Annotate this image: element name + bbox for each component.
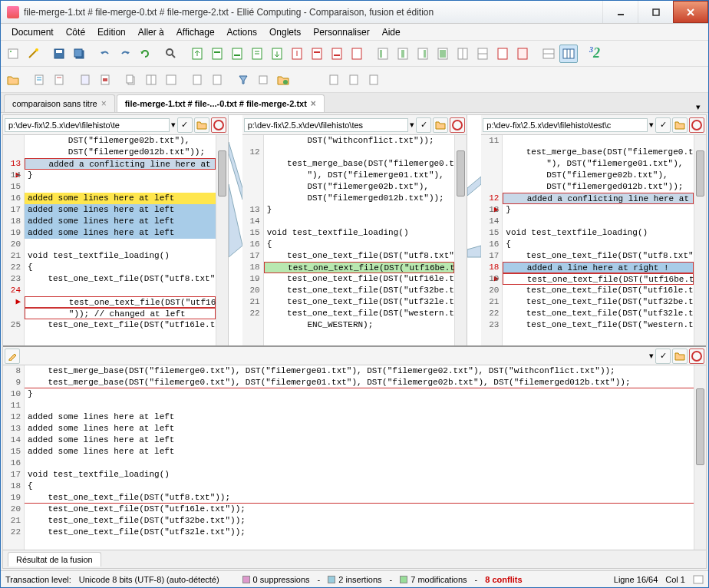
doc-i-icon[interactable] xyxy=(364,71,383,89)
menu-onglets[interactable]: Onglets xyxy=(263,25,307,39)
docs-2-icon[interactable] xyxy=(142,71,160,89)
target-icon[interactable] xyxy=(450,117,465,133)
dropdown-icon[interactable]: ▾ xyxy=(410,120,414,130)
target-icon[interactable] xyxy=(689,349,704,364)
diff-nav-3-icon[interactable] xyxy=(228,45,246,63)
merge-4-icon[interactable] xyxy=(434,45,452,63)
dropdown-icon[interactable]: ▾ xyxy=(171,120,176,130)
dropdown-icon[interactable]: ▾ xyxy=(691,102,705,112)
menu-personnaliser[interactable]: Personnaliser xyxy=(307,25,375,39)
save-all-icon[interactable] xyxy=(70,45,88,63)
tab-untitled[interactable]: comparaison sans titre × xyxy=(4,94,115,112)
diff-nav-8-icon[interactable] xyxy=(328,45,346,63)
new-comparison-icon[interactable] xyxy=(4,45,22,63)
svg-rect-28 xyxy=(380,50,382,58)
left-editor[interactable]: 13 ▶1415161718192021222324 ▶25 DST("file… xyxy=(3,135,228,345)
check-icon[interactable]: ✓ xyxy=(655,349,671,364)
menu-edition[interactable]: Edition xyxy=(91,25,132,39)
menu-document[interactable]: Document xyxy=(5,25,60,39)
save-icon[interactable] xyxy=(50,45,68,63)
tab-label: file-merge-1.txt # file-...-0.txt # file… xyxy=(125,99,307,108)
diff-nav-4-icon[interactable] xyxy=(248,45,266,63)
merge-2-icon[interactable] xyxy=(394,45,412,63)
edit-icon[interactable] xyxy=(5,349,20,364)
merge-1-icon[interactable] xyxy=(374,45,392,63)
merge-5-icon[interactable] xyxy=(453,45,472,63)
menu-aide[interactable]: Aide xyxy=(376,25,407,39)
open-folder-icon[interactable] xyxy=(194,117,209,133)
wand-icon[interactable] xyxy=(24,45,42,63)
open-folder-icon[interactable] xyxy=(433,117,448,133)
menu-cote[interactable]: Côté xyxy=(60,25,91,39)
menu-affichage[interactable]: Affichage xyxy=(170,25,221,39)
target-icon[interactable] xyxy=(211,117,226,133)
mid-editor[interactable]: 1213141516171819202122 DST("withconflict… xyxy=(242,135,467,345)
svg-rect-27 xyxy=(378,48,387,59)
threeway-icon[interactable]: 32 xyxy=(585,45,604,63)
app-icon xyxy=(7,6,19,18)
tab-filemerge[interactable]: file-merge-1.txt # file-...-0.txt # file… xyxy=(117,94,325,112)
diff-nav-9-icon[interactable] xyxy=(348,45,366,63)
docs-3-icon[interactable] xyxy=(162,71,180,89)
right-editor[interactable]: 1112 ▶131415161718 ▶1920212223 test_merg… xyxy=(481,135,706,345)
dropdown-icon[interactable]: ▾ xyxy=(649,351,654,361)
svg-point-62 xyxy=(283,80,288,84)
check-icon[interactable]: ✓ xyxy=(177,117,193,133)
folder-open-icon[interactable] xyxy=(4,71,22,89)
layout-v-icon[interactable] xyxy=(559,45,578,63)
scrollbar[interactable] xyxy=(216,135,228,345)
diff-nav-5-icon[interactable] xyxy=(268,45,286,63)
docs-1-icon[interactable] xyxy=(122,71,140,89)
config-icon[interactable] xyxy=(254,71,272,89)
scrollbar[interactable] xyxy=(454,135,467,345)
search-icon[interactable] xyxy=(162,45,180,63)
doc-b-icon[interactable] xyxy=(50,71,68,89)
scrollbar[interactable] xyxy=(694,135,706,345)
merge-8-icon[interactable] xyxy=(513,45,532,63)
svg-rect-25 xyxy=(334,55,340,56)
merged-editor[interactable]: 8910111213141516171819202122 test_merge_… xyxy=(3,365,706,550)
doc-h-icon[interactable] xyxy=(345,71,363,89)
filter-icon[interactable] xyxy=(234,71,252,89)
check-icon[interactable]: ✓ xyxy=(655,117,671,133)
open-folder-icon[interactable] xyxy=(672,349,688,364)
doc-g-icon[interactable] xyxy=(325,71,343,89)
check-icon[interactable]: ✓ xyxy=(416,117,431,133)
doc-f-icon[interactable] xyxy=(208,71,226,89)
merge-6-icon[interactable] xyxy=(473,45,492,63)
layout-h-icon[interactable] xyxy=(539,45,558,63)
maximize-button[interactable] xyxy=(638,1,673,23)
minimize-button[interactable] xyxy=(602,1,638,23)
left-path-input[interactable]: p:\dev-fix\2.5.x\dev\filehisto\te xyxy=(5,118,170,132)
diff-nav-1-icon[interactable] xyxy=(188,45,206,63)
svg-rect-63 xyxy=(330,75,338,84)
merge-7-icon[interactable] xyxy=(493,45,512,63)
doc-c-icon[interactable] xyxy=(76,71,94,89)
close-button[interactable] xyxy=(673,1,708,23)
undo-icon[interactable] xyxy=(96,45,114,63)
doc-e-icon[interactable] xyxy=(188,71,206,89)
diff-nav-6-icon[interactable] xyxy=(288,45,306,63)
doc-a-icon[interactable] xyxy=(30,71,48,89)
diff-nav-2-icon[interactable] xyxy=(208,45,226,63)
menu-actions[interactable]: Actions xyxy=(221,25,263,39)
svg-rect-16 xyxy=(214,51,220,53)
svg-rect-64 xyxy=(350,75,358,84)
folder-setting-icon[interactable] xyxy=(274,71,292,89)
doc-d-icon[interactable] xyxy=(96,71,114,89)
redo-icon[interactable] xyxy=(116,45,134,63)
close-tab-icon[interactable]: × xyxy=(311,98,316,109)
svg-rect-9 xyxy=(56,50,62,53)
diff-nav-7-icon[interactable] xyxy=(308,45,326,63)
close-tab-icon[interactable]: × xyxy=(101,98,107,109)
right-path-input[interactable]: p:\dev-fix\2.5.x\dev\filehisto\test\c xyxy=(483,118,648,132)
open-folder-icon[interactable] xyxy=(672,117,688,133)
merge-3-icon[interactable] xyxy=(414,45,432,63)
scrollbar[interactable] xyxy=(694,365,706,550)
refresh-icon[interactable] xyxy=(136,45,154,63)
dropdown-icon[interactable]: ▾ xyxy=(649,120,654,130)
target-icon[interactable] xyxy=(689,117,704,133)
menu-allera[interactable]: Aller à xyxy=(132,25,170,39)
result-tab[interactable]: Résultat de la fusion xyxy=(8,552,101,567)
mid-path-input[interactable]: p:\dev-fix\2.5.x\dev\filehisto\tes xyxy=(244,118,409,132)
